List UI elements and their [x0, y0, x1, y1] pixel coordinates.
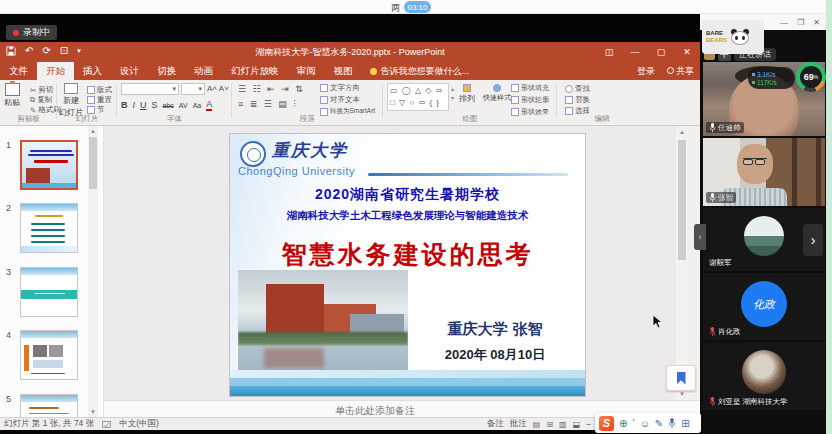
decor	[28, 154, 74, 156]
font-name-combobox[interactable]: ▾	[121, 83, 179, 95]
font-size-combobox[interactable]: ▾	[181, 83, 205, 95]
list-indent-buttons[interactable]: ☰ ☷ ⇤ ⇥ ⇅	[238, 84, 305, 94]
spellcheck-icon[interactable]	[102, 420, 111, 429]
minimize-icon[interactable]: —	[622, 42, 648, 62]
strikethrough-button[interactable]: abc	[163, 102, 174, 109]
text-direction-button[interactable]: 文字方向	[320, 83, 382, 93]
emoji-icon[interactable]: ☺	[640, 418, 650, 429]
ribbon-display-options-icon[interactable]: ◫	[596, 42, 622, 62]
gauge-value: 69	[804, 72, 814, 82]
font-effect-buttons: B I U S abc AV Aa A	[121, 99, 215, 111]
shapes-gallery[interactable]: ▭ ◯ △ ◇ ⇨ ☆ □ ▽ ○ ⇦ { }	[387, 83, 449, 111]
arrange-button[interactable]: 排列	[459, 84, 475, 104]
copy-icon: ⧉	[30, 95, 35, 105]
reset-button[interactable]: 重置	[87, 95, 112, 105]
slide-thumbnail-2[interactable]	[20, 203, 78, 253]
sogou-logo-icon[interactable]: S	[599, 416, 614, 431]
scroll-up-icon[interactable]: ▴	[88, 126, 98, 136]
tab-design[interactable]: 设计	[111, 62, 148, 80]
underline-button[interactable]: U	[140, 100, 147, 110]
share-button[interactable]: 共享	[667, 65, 694, 78]
text-shadow-button[interactable]: S	[152, 100, 158, 110]
find-button[interactable]: 查找	[565, 84, 590, 94]
canvas-scrollbar[interactable]: ▴ ▾	[676, 126, 688, 400]
sign-in-button[interactable]: 登录	[637, 65, 655, 78]
paragraph-group-label: 段落	[232, 114, 383, 124]
minimize-icon[interactable]: —	[780, 18, 788, 27]
scrollbar-thumb[interactable]	[89, 137, 97, 189]
punctuation-icon[interactable]: ’	[632, 418, 634, 429]
ime-toggle-icon[interactable]: ⊕	[619, 418, 627, 429]
copy-button[interactable]: ⧉复制	[30, 95, 52, 105]
tab-slideshow[interactable]: 幻灯片放映	[222, 62, 288, 80]
paste-button[interactable]: 粘贴	[4, 83, 20, 108]
zoom-out-button[interactable]: −	[586, 419, 591, 429]
notes-toggle-button[interactable]: 备注	[487, 418, 504, 430]
scroll-down-icon[interactable]: ▾	[88, 407, 98, 417]
language-indicator[interactable]: 中文(中国)	[119, 418, 159, 430]
align-text-button[interactable]: 对齐文本	[320, 95, 382, 105]
tell-me-box[interactable]: 告诉我您想要做什么...	[362, 62, 478, 80]
cut-button[interactable]: ✂剪切	[30, 85, 53, 95]
grow-shrink-font-buttons[interactable]: A˄ A˅	[207, 84, 229, 93]
close-icon[interactable]: ✕	[813, 18, 820, 27]
tab-view[interactable]: 视图	[325, 62, 362, 80]
reading-view-icon[interactable]: ▥	[559, 420, 567, 429]
desktop-edge	[826, 0, 832, 434]
bookmark-button[interactable]	[666, 365, 696, 391]
voice-input-icon[interactable]	[668, 418, 676, 429]
participant-tile-5[interactable]: 刘亚坚 湖南科技大学	[703, 342, 825, 410]
maximize-icon[interactable]: ▢	[648, 42, 674, 62]
scroll-up-icon[interactable]: ▴	[677, 127, 687, 137]
notes-placeholder[interactable]: 单击此处添加备注	[335, 404, 415, 418]
quick-styles-button[interactable]: 快速样式	[483, 84, 511, 103]
change-case-button[interactable]: Aa	[193, 102, 202, 109]
tab-home[interactable]: 开始	[37, 62, 74, 80]
character-spacing-button[interactable]: AV	[179, 102, 188, 109]
decor	[21, 246, 77, 252]
tab-animations[interactable]: 动画	[185, 62, 222, 80]
new-slide-button[interactable]: 新建 幻灯片	[59, 83, 83, 118]
toolbox-grid-icon[interactable]: ⊞	[681, 418, 689, 429]
slide-sorter-view-icon[interactable]: ⊞	[546, 420, 553, 429]
meeting-timer-badge[interactable]: 03:10	[404, 1, 431, 13]
slide-thumbnail-1[interactable]	[20, 140, 78, 190]
tell-me-label: 告诉我您想要做什么...	[381, 65, 470, 78]
replace-button[interactable]: 替换	[565, 95, 590, 105]
italic-button[interactable]: I	[133, 100, 136, 110]
mic-muted-icon	[709, 327, 716, 337]
alignment-buttons[interactable]: ≡ ≣ ☰ ▤ ⫶	[238, 99, 298, 110]
scrollbar-thumb[interactable]	[678, 140, 686, 260]
font-color-button[interactable]: A	[206, 99, 212, 111]
sidebar-collapse-handle[interactable]: ‹	[694, 224, 706, 250]
slide-editor[interactable]: 重庆大学 ChongQing University 2020湖南省研究生暑期学校…	[230, 134, 585, 396]
sogou-ime-toolbar: S ⊕ ’ ☺ ✎ ⊞	[595, 413, 701, 433]
powerpoint-window: ↶ ⟳ ⊡ ▾ 湖南科技大学-智慧水务-2020.pptx - PowerPoi…	[0, 42, 700, 430]
decor	[24, 345, 29, 371]
tab-transitions[interactable]: 切换	[148, 62, 185, 80]
tab-review[interactable]: 审阅	[288, 62, 325, 80]
thumbnail-scrollbar[interactable]: ▴ ▾	[88, 126, 98, 417]
participant-tile-3[interactable]: 谢毅军 ›	[703, 208, 825, 271]
comments-toggle-button[interactable]: 批注	[510, 418, 527, 430]
shape-fill-button[interactable]: 形状填充	[511, 83, 557, 93]
tab-file[interactable]: 文件	[0, 62, 37, 80]
slide-thumbnail-3[interactable]	[20, 267, 78, 317]
layout-button[interactable]: 版式	[87, 85, 112, 95]
shapes-scroll-buttons[interactable]: ▴▾	[451, 85, 454, 101]
decor	[31, 229, 65, 231]
participant-name: 任迪帅	[718, 123, 741, 133]
restore-icon[interactable]: ❐	[797, 18, 804, 27]
shape-outline-button[interactable]: 形状轮廓	[511, 95, 557, 105]
participant-video-2[interactable]: 张智	[703, 138, 825, 206]
tab-insert[interactable]: 插入	[74, 62, 111, 80]
slide-thumbnail-4[interactable]	[20, 330, 78, 380]
close-icon[interactable]: ✕	[674, 42, 700, 62]
next-participants-button[interactable]: ›	[803, 224, 823, 256]
slideshow-view-icon[interactable]: ⬓	[573, 420, 581, 429]
participant-tile-4[interactable]: 化政 肖化政	[703, 273, 825, 340]
slide-thumbnail-5[interactable]	[20, 394, 78, 417]
handwriting-pen-icon[interactable]: ✎	[655, 418, 663, 429]
bold-button[interactable]: B	[121, 100, 128, 110]
normal-view-icon[interactable]: ▤	[533, 420, 541, 429]
